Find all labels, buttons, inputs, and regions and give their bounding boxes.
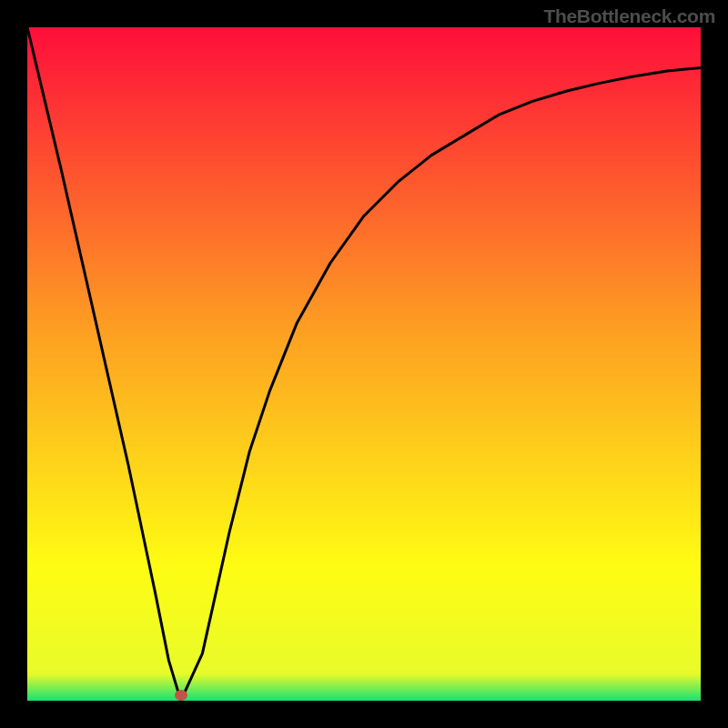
bottleneck-curve (27, 27, 701, 701)
curve-layer (27, 27, 701, 701)
chart-frame: { "attribution": "TheBottleneck.com", "c… (0, 0, 728, 728)
plot-area (27, 27, 701, 701)
attribution-text: TheBottleneck.com (543, 5, 715, 27)
optimal-marker (175, 690, 187, 701)
